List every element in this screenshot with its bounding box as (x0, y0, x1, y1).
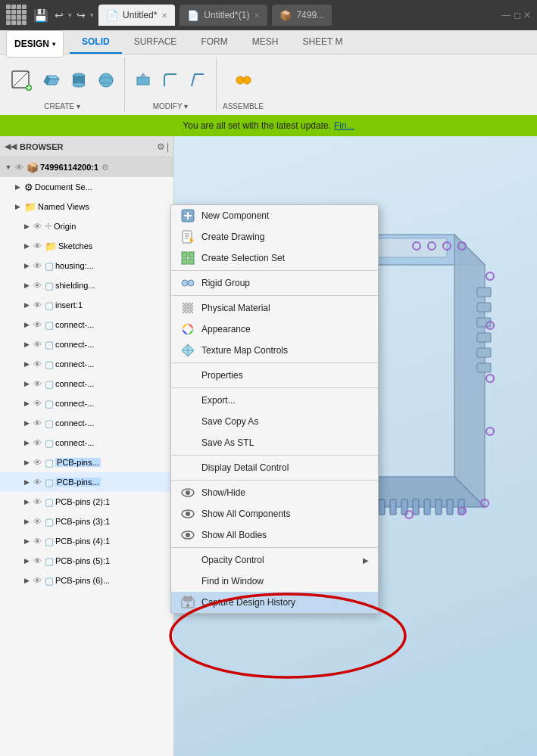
tab-untitled[interactable]: 📄 Untitled* ✕ (98, 5, 175, 26)
browser-collapse-icon[interactable]: ◀◀ (5, 142, 17, 151)
redo-dropdown[interactable]: ▾ (90, 11, 94, 19)
cylinder-icon[interactable] (67, 68, 91, 92)
tree-eye-insert[interactable]: 👁 (33, 300, 42, 310)
tree-item-connect1[interactable]: ▶ 👁 ▢ connect-... (0, 315, 173, 334)
tree-eye-housing[interactable]: 👁 (33, 261, 42, 270)
fillet-icon[interactable] (158, 68, 183, 92)
design-button[interactable]: DESIGN ▾ (6, 30, 64, 58)
tree-item-pcb5[interactable]: ▶ 👁 ▢ PCB-pins (4):1 (0, 531, 173, 551)
ctx-show-all-bodies[interactable]: Show All Bodies (171, 524, 378, 546)
tree-item-pcb7[interactable]: ▶ 👁 ▢ PCB-pins (6)... (0, 571, 173, 590)
tree-icon-housing: ▢ (45, 260, 54, 272)
sphere-icon[interactable] (94, 68, 118, 92)
tab-close-untitled[interactable]: ✕ (161, 11, 167, 20)
tree-eye-connect4[interactable]: 👁 (33, 379, 42, 388)
ctx-save-copy-as[interactable]: Save Copy As (171, 411, 378, 432)
tree-item-docsettings[interactable]: ▶ ⚙ Document Se... (0, 177, 173, 197)
tree-icon-pcb2: ▢ (45, 477, 54, 488)
tree-item-pcb6[interactable]: ▶ 👁 ▢ PCB-pins (5):1 (0, 551, 173, 571)
tree-item-housing[interactable]: ▶ 👁 ▢ housing:... (0, 256, 173, 275)
tree-eye-root[interactable]: 👁 (15, 163, 23, 172)
tree-item-insert[interactable]: ▶ 👁 ▢ insert:1 (0, 295, 173, 315)
ctx-save-copy-icon (180, 414, 195, 429)
tree-item-pcb1[interactable]: ▶ 👁 ▢ PCB-pins... (0, 453, 173, 472)
tree-eye-pcb6[interactable]: 👁 (33, 556, 42, 565)
ctx-create-selection-set[interactable]: Create Selection Set (171, 247, 378, 269)
app-grid-icon[interactable] (6, 5, 27, 26)
ctx-rigid-group[interactable]: Rigid Group (171, 272, 378, 294)
tree-item-origin[interactable]: ▶ 👁 ✛ Origin (0, 216, 173, 236)
modify-section-label: MODIFY ▾ (153, 102, 188, 112)
ctx-physical-material[interactable]: Physical Material (171, 297, 378, 319)
tab-close-untitled1[interactable]: ✕ (254, 11, 260, 20)
tree-eye-connect3[interactable]: 👁 (33, 359, 42, 369)
tree-item-connect6[interactable]: ▶ 👁 ▢ connect-... (0, 413, 173, 433)
redo-icon[interactable]: ↪ (76, 9, 86, 21)
tree-item-connect7[interactable]: ▶ 👁 ▢ connect-... (0, 433, 173, 453)
tree-eye-origin[interactable]: 👁 (33, 222, 42, 231)
chamfer-icon[interactable] (186, 68, 210, 92)
ctx-show-all-components[interactable]: Show All Components (171, 503, 378, 524)
tree-eye-pcb3[interactable]: 👁 (33, 497, 42, 506)
tree-eye-shielding[interactable]: 👁 (33, 281, 42, 290)
ctx-capture-design-history[interactable]: Capture Design History (171, 592, 378, 613)
ctx-find-in-window[interactable]: Find in Window (171, 571, 378, 592)
tab-sheetm[interactable]: SHEET M (290, 30, 354, 54)
tree-item-shielding[interactable]: ▶ 👁 ▢ shielding... (0, 275, 173, 295)
undo-dropdown[interactable]: ▾ (68, 11, 72, 19)
ctx-display-detail[interactable]: Display Detail Control (171, 457, 378, 478)
box-icon[interactable] (39, 68, 64, 92)
tree-item-pcb3[interactable]: ▶ 👁 ▢ PCB-pins (2):1 (0, 492, 173, 512)
tree-eye-pcb7[interactable]: 👁 (33, 576, 42, 585)
tree-item-pcb4[interactable]: ▶ 👁 ▢ PCB-pins (3):1 (0, 512, 173, 531)
ctx-properties[interactable]: Properties (171, 365, 378, 386)
tab-form[interactable]: FORM (189, 30, 239, 54)
tab-surface[interactable]: SURFACE (122, 30, 189, 54)
ctx-appearance-icon (180, 322, 195, 337)
browser-header-icons: ⚙ | (157, 142, 169, 152)
tree-eye-pcb1[interactable]: 👁 (33, 458, 42, 467)
tree-eye-connect2[interactable]: 👁 (33, 340, 42, 349)
tree-eye-pcb5[interactable]: 👁 (33, 537, 42, 546)
new-sketch-icon[interactable] (6, 62, 36, 98)
ctx-new-component[interactable]: New Component (171, 205, 378, 226)
tree-item-connect2[interactable]: ▶ 👁 ▢ connect-... (0, 334, 173, 354)
tab-solid[interactable]: SOLID (70, 30, 122, 54)
undo-icon[interactable]: ↩ (55, 9, 64, 21)
browser-pin-icon[interactable]: | (167, 142, 169, 152)
ctx-save-as-stl[interactable]: Save As STL (171, 432, 378, 453)
tree-root-item[interactable]: ▼ 👁 📦 74996114200:1 ⚙ (0, 157, 173, 177)
tree-item-connect5[interactable]: ▶ 👁 ▢ connect-... (0, 394, 173, 413)
tree-eye-connect5[interactable]: 👁 (33, 399, 42, 408)
tab-untitled1[interactable]: 📄 Untitled*(1) ✕ (180, 5, 267, 26)
tree-item-namedviews[interactable]: ▶ 📁 Named Views (0, 197, 173, 216)
push-pull-icon[interactable] (131, 68, 155, 92)
browser-settings-icon[interactable]: ⚙ (157, 142, 165, 152)
ctx-opacity-control[interactable]: Opacity Control ▶ (171, 549, 378, 571)
ctx-appearance[interactable]: Appearance (171, 319, 378, 340)
tree-item-connect4[interactable]: ▶ 👁 ▢ connect-... (0, 374, 173, 394)
tree-eye-pcb4[interactable]: 👁 (33, 517, 42, 526)
tree-eye-connect7[interactable]: 👁 (33, 438, 42, 447)
joint-icon[interactable] (231, 68, 255, 92)
save-icon[interactable]: 💾 (33, 8, 48, 23)
ctx-show-all-comp-icon (180, 506, 195, 521)
tree-item-pcb2[interactable]: ▶ 👁 ▢ PCB-pins... (0, 472, 173, 492)
tree-eye-sketches[interactable]: 👁 (33, 241, 42, 250)
tab-label-untitled1: Untitled*(1) (204, 10, 249, 20)
tree-item-connect3[interactable]: ▶ 👁 ▢ connect-... (0, 354, 173, 374)
tree-item-sketches[interactable]: ▶ 👁 📁 Sketches (0, 236, 173, 256)
tab-7499[interactable]: 📦 7499... (272, 5, 332, 26)
ctx-export[interactable]: Export... (171, 390, 378, 411)
tree-eye-connect6[interactable]: 👁 (33, 418, 42, 428)
tree-eye-connect1[interactable]: 👁 (33, 320, 42, 329)
toolbar-content: CREATE ▾ MODIFY ▾ ASSEMBLE (0, 54, 537, 115)
ctx-export-icon (180, 393, 195, 408)
tree-settings-icon-root[interactable]: ⚙ (101, 163, 109, 173)
ctx-texture-map[interactable]: Texture Map Controls (171, 340, 378, 361)
update-link[interactable]: Fin... (334, 120, 354, 131)
ctx-show-hide[interactable]: Show/Hide (171, 482, 378, 503)
tree-eye-pcb2[interactable]: 👁 (33, 478, 42, 487)
ctx-create-drawing[interactable]: Create Drawing (171, 226, 378, 247)
tab-mesh[interactable]: MESH (240, 30, 291, 54)
